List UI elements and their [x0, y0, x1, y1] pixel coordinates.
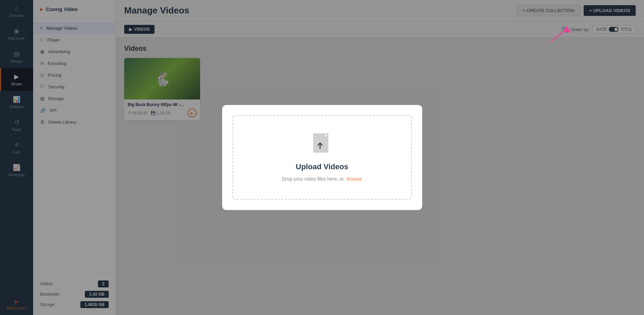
upload-modal: Upload Videos Drop your video files here… [222, 105, 422, 210]
modal-overlay[interactable]: Upload Videos Drop your video files here… [0, 0, 644, 315]
upload-subtitle: Drop your video files here, or browse [282, 176, 362, 182]
upload-file-icon [312, 133, 333, 158]
browse-link[interactable]: browse [347, 176, 362, 182]
upload-modal-title: Upload Videos [296, 162, 348, 171]
upload-drop-zone[interactable]: Upload Videos Drop your video files here… [232, 115, 412, 200]
